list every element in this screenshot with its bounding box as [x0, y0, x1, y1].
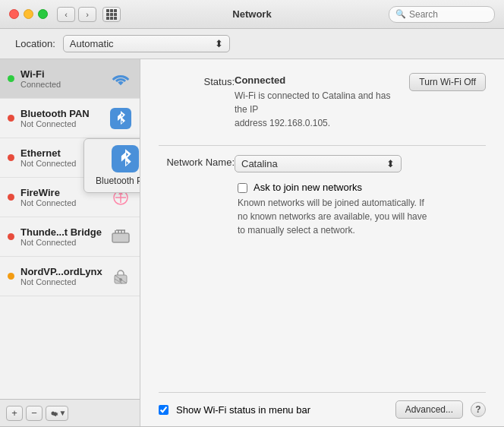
status-dot-wifi [8, 75, 14, 82]
network-name-label: Network Name: [159, 155, 235, 168]
show-wifi-checkbox[interactable] [159, 405, 169, 415]
grid-button[interactable] [102, 7, 121, 22]
status-dot-nordvpn [8, 273, 14, 280]
status-value: Connected [235, 74, 402, 86]
sidebar-item-status-bluetooth: Not Connected [20, 119, 109, 128]
ask-to-join-desc: Known networks will be joined automatica… [238, 196, 486, 237]
status-dot-thunderbolt [8, 233, 14, 240]
sidebar-item-text-nordvpn: NordVP...ordLynx Not Connected [20, 266, 109, 286]
sidebar-item-name-bluetooth: Bluetooth PAN [20, 108, 109, 119]
status-dot-firewire [8, 194, 14, 201]
wifi-icon [109, 68, 132, 90]
right-panel: Status: Connected Wi-Fi is connected to … [140, 59, 504, 426]
back-button[interactable]: ‹ [57, 7, 75, 22]
search-box[interactable]: 🔍 [389, 6, 495, 23]
sidebar-item-thunderbolt[interactable]: Thunde...t Bridge Not Connected [0, 217, 140, 257]
spacer [159, 243, 486, 392]
network-name-content: Catalina ⬍ [235, 155, 486, 172]
network-name-value: Catalina [241, 158, 278, 169]
gear-button[interactable]: ▼ [46, 406, 68, 421]
panel-bottom-bar: Show Wi-Fi status in menu bar Advanced..… [159, 392, 486, 426]
sidebar-item-nordvpn[interactable]: NordVP...ordLynx Not Connected [0, 257, 140, 296]
tooltip-icon [112, 145, 139, 172]
remove-network-button[interactable]: − [26, 406, 43, 421]
main-content: Wi-Fi Connected Bluetooth PAN Not Connec… [0, 59, 504, 426]
location-value: Automatic [70, 38, 114, 49]
sidebar-item-text-thunderbolt: Thunde...t Bridge Not Connected [20, 226, 109, 247]
ask-to-join-row: Ask to join new networks [238, 182, 486, 193]
search-icon: 🔍 [395, 9, 406, 19]
search-input[interactable] [409, 9, 488, 20]
sidebar-list: Wi-Fi Connected Bluetooth PAN Not Connec… [0, 59, 140, 399]
close-button[interactable] [9, 9, 19, 19]
sidebar: Wi-Fi Connected Bluetooth PAN Not Connec… [0, 59, 140, 426]
ask-to-join-checkbox[interactable] [238, 183, 247, 193]
sidebar-item-name-nordvpn: NordVP...ordLynx [20, 266, 109, 277]
network-dropdown-arrow: ⬍ [386, 158, 395, 169]
add-network-button[interactable]: + [6, 406, 23, 421]
sidebar-bottom: + − ▼ [0, 399, 140, 426]
status-label: Status: [159, 74, 235, 87]
thunderbolt-icon [109, 226, 132, 248]
status-description: Wi-Fi is connected to Catalina and has t… [235, 89, 402, 130]
sidebar-item-status-nordvpn: Not Connected [20, 277, 109, 286]
divider [159, 145, 486, 146]
turn-wifi-off-button[interactable]: Turn Wi-Fi Off [409, 73, 486, 91]
traffic-lights [9, 9, 48, 19]
ask-to-join-label: Ask to join new networks [254, 182, 362, 193]
minimize-button[interactable] [24, 9, 33, 19]
advanced-button[interactable]: Advanced... [395, 400, 463, 419]
network-name-row: Network Name: Catalina ⬍ [159, 155, 486, 172]
sidebar-item-text-wifi: Wi-Fi Connected [20, 68, 109, 89]
titlebar: ‹ › Network 🔍 [0, 0, 504, 29]
status-dot-bluetooth [8, 115, 14, 122]
network-name-select[interactable]: Catalina ⬍ [235, 155, 402, 172]
location-bar: Location: Automatic ⬍ [0, 29, 504, 59]
svg-rect-10 [112, 233, 129, 242]
gear-dropdown-arrow: ▼ [59, 409, 67, 417]
status-row: Status: Connected Wi-Fi is connected to … [159, 74, 486, 130]
location-label: Location: [15, 38, 55, 49]
sidebar-item-wifi[interactable]: Wi-Fi Connected [0, 59, 140, 99]
bluetooth-icon [109, 107, 132, 130]
sidebar-item-text-bluetooth: Bluetooth PAN Not Connected [20, 108, 109, 128]
status-dot-ethernet [8, 154, 14, 161]
location-dropdown-arrow: ⬍ [215, 38, 223, 49]
location-select[interactable]: Automatic ⬍ [63, 35, 230, 52]
nav-buttons: ‹ › [57, 7, 96, 22]
window-title: Network [232, 8, 271, 20]
vpn-icon [109, 265, 132, 288]
sidebar-item-name-thunderbolt: Thunde...t Bridge [20, 226, 109, 238]
sidebar-item-status-wifi: Connected [20, 80, 109, 89]
sidebar-item-status-firewire: Not Connected [20, 198, 109, 207]
bluetooth-tooltip: Bluetooth PAN [83, 138, 140, 193]
sidebar-item-status-thunderbolt: Not Connected [20, 238, 109, 247]
sidebar-item-bluetooth[interactable]: Bluetooth PAN Not Connected [0, 99, 140, 138]
maximize-button[interactable] [38, 9, 48, 19]
sidebar-item-name-wifi: Wi-Fi [20, 68, 109, 80]
help-button[interactable]: ? [471, 402, 486, 417]
ask-to-join-section: Ask to join new networks Known networks … [238, 182, 486, 237]
show-wifi-label: Show Wi-Fi status in menu bar [176, 404, 310, 416]
status-content: Connected Wi-Fi is connected to Catalina… [235, 74, 486, 130]
tooltip-label: Bluetooth PAN [96, 176, 140, 186]
forward-button[interactable]: › [78, 7, 96, 22]
